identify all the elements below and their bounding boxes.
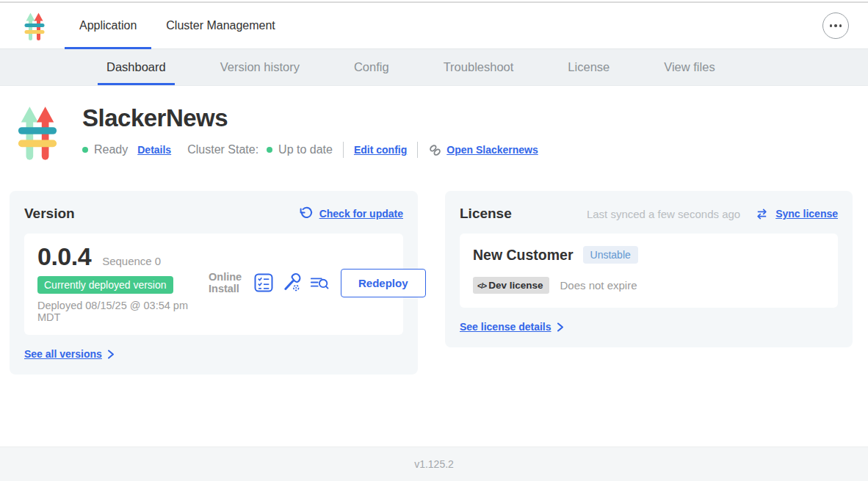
cluster-state-dot [267, 147, 272, 153]
top-tabs: Application Cluster Management [65, 3, 290, 48]
license-type-badge: </> Dev license [473, 277, 549, 294]
chevron-right-icon [107, 350, 115, 359]
see-license-details-link[interactable]: See license details [460, 321, 551, 333]
app-status-text: Ready [94, 143, 128, 156]
divider [343, 142, 344, 158]
app-status-dot [82, 147, 88, 153]
sync-license-link[interactable]: Sync license [775, 208, 838, 220]
cluster-state-label: Cluster State: [187, 143, 258, 156]
version-card: Version Check for update 0.0.4 Sequence … [10, 191, 418, 375]
tab-application[interactable]: Application [65, 3, 151, 48]
console-footer: v1.125.2 [0, 446, 868, 481]
deployed-timestamp: Deployed 08/15/25 @ 03:54 pm MDT [37, 300, 205, 323]
ellipsis-icon [830, 24, 833, 27]
app-sub-nav: Dashboard Version history Config Trouble… [0, 49, 868, 86]
channel-badge: Unstable [583, 246, 638, 264]
tab-application-label: Application [79, 19, 137, 32]
app-logo-large-icon [16, 103, 59, 160]
version-number: 0.0.4 [37, 242, 91, 271]
cluster-state-value: Up to date [278, 143, 333, 156]
license-details-box: New Customer Unstable </> Dev license Do… [460, 234, 838, 308]
console-version: v1.125.2 [414, 458, 454, 470]
subtab-config[interactable]: Config [354, 49, 389, 85]
current-version-box: 0.0.4 Sequence 0 Currently deployed vers… [24, 234, 403, 335]
status-details-link[interactable]: Details [137, 144, 171, 156]
refresh-icon [298, 206, 313, 221]
main-content: SlackerNews Ready Details Cluster State:… [0, 86, 868, 375]
license-type-label: Dev license [488, 280, 543, 291]
see-all-versions-link[interactable]: See all versions [24, 348, 102, 360]
sync-icon [755, 208, 769, 220]
deployed-status-badge: Currently deployed version [37, 276, 173, 294]
license-card: License Last synced a few seconds ago Sy… [445, 191, 853, 347]
subtab-troubleshoot[interactable]: Troubleshoot [444, 49, 514, 85]
tab-cluster-management-label: Cluster Management [166, 19, 275, 32]
page-title: SlackerNews [82, 104, 538, 132]
config-wrench-icon[interactable] [282, 273, 301, 292]
last-synced-text: Last synced a few seconds ago [587, 208, 740, 220]
tab-cluster-management[interactable]: Cluster Management [151, 3, 290, 48]
subtab-license[interactable]: License [568, 49, 610, 85]
open-app-label: Open Slackernews [446, 144, 538, 156]
sequence-label: Sequence 0 [102, 255, 161, 267]
chevron-right-icon [557, 322, 564, 332]
install-type-label: Online Install [209, 271, 242, 295]
top-nav: Application Cluster Management [0, 3, 868, 49]
view-logs-icon[interactable] [310, 273, 329, 292]
divider [417, 142, 418, 158]
redeploy-button[interactable]: Redeploy [341, 269, 426, 297]
preflight-checks-icon[interactable] [254, 273, 273, 292]
app-header: SlackerNews Ready Details Cluster State:… [16, 101, 868, 160]
check-for-update-link[interactable]: Check for update [319, 208, 403, 220]
edit-config-link[interactable]: Edit config [354, 144, 407, 156]
license-card-title: License [460, 206, 512, 222]
chain-link-icon [428, 143, 442, 157]
overflow-menu-button[interactable] [822, 12, 849, 39]
customer-name: New Customer [473, 247, 574, 264]
code-icon: </> [477, 281, 486, 290]
subtab-view-files[interactable]: View files [664, 49, 715, 85]
app-status-row: Ready Details Cluster State: Up to date … [82, 142, 538, 158]
open-app-link[interactable]: Open Slackernews [428, 143, 538, 157]
version-card-title: Version [24, 206, 75, 222]
app-logo-icon [22, 11, 47, 40]
license-expiration: Does not expire [560, 279, 637, 292]
subtab-version-history[interactable]: Version history [220, 49, 300, 85]
subtab-dashboard[interactable]: Dashboard [106, 49, 166, 85]
